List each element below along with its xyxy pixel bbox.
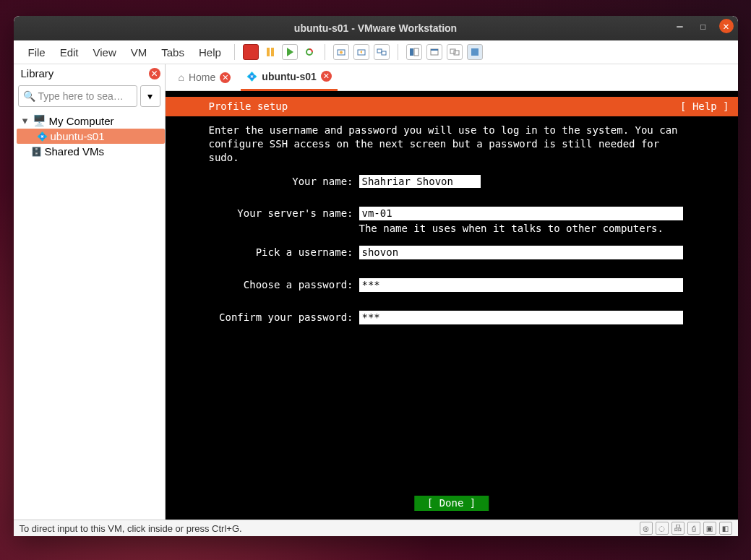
menu-help[interactable]: Help xyxy=(192,43,228,61)
svg-rect-8 xyxy=(410,48,413,56)
library-search-dropdown[interactable]: ▾ xyxy=(140,85,160,107)
installer-help-button[interactable]: [ Help ] xyxy=(680,100,729,113)
snapshot-revert-button[interactable] xyxy=(353,44,369,60)
window-titlebar: ubuntu-s01 - VMware Workstation – ☐ ✕ xyxy=(14,16,738,40)
library-title: Library xyxy=(21,67,54,79)
cd-icon[interactable]: ◎ xyxy=(640,522,653,535)
svg-rect-11 xyxy=(431,49,438,51)
tree-item-shared-vms[interactable]: 🗄️ Shared VMs xyxy=(17,144,165,159)
vm-console[interactable]: Profile setup [ Help ] Enter the usernam… xyxy=(166,91,738,521)
installer-body: Enter the username and password you will… xyxy=(166,116,738,332)
input-your-name[interactable]: Shahriar Shovon xyxy=(359,175,481,189)
vm-icon: 💠 xyxy=(246,72,257,82)
tab-home-close[interactable]: ✕ xyxy=(220,72,231,83)
fullscreen-button[interactable] xyxy=(467,44,483,60)
suspend-button[interactable] xyxy=(263,45,278,59)
multi-monitor-button[interactable] xyxy=(447,44,463,60)
computer-icon: 🖥️ xyxy=(33,114,46,127)
library-sidebar: Library ✕ 🔍 Type here to sea… ▾ ▾ 🖥️ My … xyxy=(14,64,166,521)
power-off-button[interactable] xyxy=(243,44,259,60)
svg-rect-13 xyxy=(454,51,459,55)
installer-done-button[interactable]: [ Done ] xyxy=(414,496,489,511)
library-search-placeholder: Type here to sea… xyxy=(38,90,124,102)
tab-home-label: Home xyxy=(189,72,215,83)
toolbar-separator xyxy=(398,44,398,60)
toolbar-separator xyxy=(325,44,325,60)
window-controls: – ☐ ✕ xyxy=(673,19,734,33)
tree-item-label: Shared VMs xyxy=(45,145,105,158)
status-text: To direct input to this VM, click inside… xyxy=(20,523,242,534)
svg-rect-12 xyxy=(450,49,455,53)
power-on-button[interactable] xyxy=(282,44,298,60)
menubar: File Edit View VM Tabs Help xyxy=(14,40,738,64)
search-icon: 🔍 xyxy=(23,90,35,102)
tree-expand-icon: ▾ xyxy=(21,114,30,127)
tab-active-close[interactable]: ✕ xyxy=(321,71,332,82)
menu-edit[interactable]: Edit xyxy=(53,43,86,61)
display-icon[interactable]: ▣ xyxy=(703,522,716,535)
label-confirm-password: Confirm your password: xyxy=(209,311,359,324)
svg-rect-9 xyxy=(414,48,419,56)
library-close-button[interactable]: ✕ xyxy=(149,68,160,79)
tab-home[interactable]: ⌂ Home ✕ xyxy=(173,64,237,90)
status-bar: To direct input to this VM, click inside… xyxy=(14,520,738,536)
svg-rect-7 xyxy=(382,51,386,55)
installer-header: Profile setup xyxy=(209,100,288,113)
menu-file[interactable]: File xyxy=(21,43,53,61)
library-search-input[interactable]: 🔍 Type here to sea… xyxy=(18,85,137,107)
label-server-name: Your server's name: xyxy=(209,207,359,220)
vm-icon: 💠 xyxy=(37,132,48,142)
tree-root-label: My Computer xyxy=(49,115,114,127)
thumbnail-view-button[interactable] xyxy=(426,44,442,60)
menu-vm[interactable]: VM xyxy=(124,43,155,61)
svg-rect-0 xyxy=(267,48,270,56)
snapshot-manage-button[interactable] xyxy=(374,44,390,60)
hdd-icon[interactable]: ◌ xyxy=(656,522,669,535)
content-area: Library ✕ 🔍 Type here to sea… ▾ ▾ 🖥️ My … xyxy=(14,64,738,521)
window-title: ubuntu-s01 - VMware Workstation xyxy=(294,22,457,34)
tab-ubuntu-s01[interactable]: 💠 ubuntu-s01 ✕ xyxy=(241,64,337,91)
installer-header-bar: Profile setup [ Help ] xyxy=(166,97,738,116)
snapshot-take-button[interactable] xyxy=(333,44,349,60)
restart-button[interactable] xyxy=(302,45,317,59)
window-minimize-button[interactable]: – xyxy=(673,19,687,33)
window-close-button[interactable]: ✕ xyxy=(719,19,734,33)
window-maximize-button[interactable]: ☐ xyxy=(696,19,711,33)
menu-tabs[interactable]: Tabs xyxy=(154,43,192,61)
tab-strip: ⌂ Home ✕ 💠 ubuntu-s01 ✕ xyxy=(166,64,738,91)
tree-item-label: ubuntu-s01 xyxy=(51,130,105,142)
svg-rect-1 xyxy=(271,48,274,56)
server-name-hint: The name it uses when it talks to other … xyxy=(359,222,683,236)
shared-icon: 🗄️ xyxy=(31,147,42,157)
svg-rect-6 xyxy=(377,49,382,53)
input-confirm-password[interactable]: *** xyxy=(359,311,683,324)
label-password: Choose a password: xyxy=(209,278,359,292)
home-icon: ⌂ xyxy=(179,72,184,83)
network-icon[interactable]: 品 xyxy=(671,522,685,535)
main-panel: ⌂ Home ✕ 💠 ubuntu-s01 ✕ Profile setup [ … xyxy=(166,64,738,521)
printer-icon[interactable]: ⎙ xyxy=(687,522,700,535)
vmware-workstation-window: ubuntu-s01 - VMware Workstation – ☐ ✕ Fi… xyxy=(14,16,738,536)
svg-marker-2 xyxy=(287,48,293,56)
input-password[interactable]: *** xyxy=(359,278,683,292)
label-username: Pick a username: xyxy=(209,246,359,259)
installer-intro: Enter the username and password you will… xyxy=(209,124,724,165)
input-username[interactable]: shovon xyxy=(359,246,683,259)
tree-my-computer[interactable]: ▾ 🖥️ My Computer xyxy=(17,113,165,129)
tree-item-ubuntu-s01[interactable]: 💠 ubuntu-s01 xyxy=(17,129,165,144)
label-your-name: Your name: xyxy=(209,175,359,189)
svg-rect-14 xyxy=(471,48,479,56)
tab-active-label: ubuntu-s01 xyxy=(262,71,316,82)
library-tree: ▾ 🖥️ My Computer 💠 ubuntu-s01 🗄️ Shared … xyxy=(14,111,165,159)
menu-view[interactable]: View xyxy=(86,43,124,61)
input-server-name[interactable]: vm-01 xyxy=(359,207,683,220)
svg-point-4 xyxy=(340,51,343,54)
toolbar-separator xyxy=(234,44,235,60)
show-console-button[interactable] xyxy=(406,44,422,60)
status-tray: ◎ ◌ 品 ⎙ ▣ ◧ xyxy=(640,522,732,535)
devices-icon[interactable]: ◧ xyxy=(719,522,732,535)
